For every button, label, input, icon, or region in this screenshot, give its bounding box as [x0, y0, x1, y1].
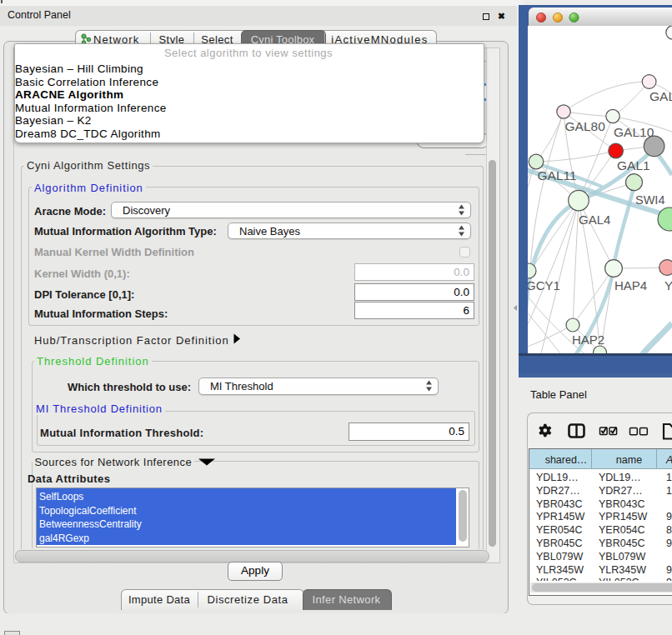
svg-text:HAP2: HAP2 [572, 332, 604, 347]
svg-text:GAL80: GAL80 [565, 119, 606, 133]
svg-text:GAL2: GAL2 [649, 89, 672, 103]
svg-text:GAL11: GAL11 [538, 168, 577, 182]
svg-text:SWI4: SWI4 [635, 193, 664, 207]
svg-text:HAP4: HAP4 [614, 278, 647, 292]
svg-text:GAL4: GAL4 [579, 212, 610, 227]
svg-text:YML: YML [664, 278, 672, 292]
svg-text:GCY1: GCY1 [528, 278, 560, 292]
svg-text:GAL1: GAL1 [617, 158, 650, 172]
svg-text:GAL10: GAL10 [614, 125, 654, 139]
